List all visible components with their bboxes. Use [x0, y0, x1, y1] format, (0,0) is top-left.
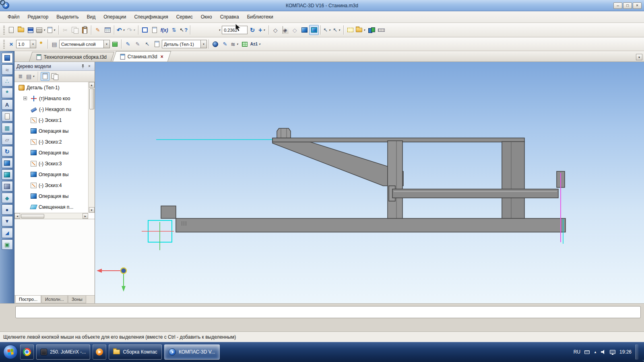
toolbar-grip[interactable] — [3, 26, 5, 35]
layer-dropdown-button[interactable] — [103, 40, 109, 48]
compact-table-button[interactable] — [2, 123, 13, 133]
model-shaft[interactable] — [392, 189, 558, 198]
compact-sheet-button[interactable] — [2, 111, 13, 121]
tree-item-extrude-3[interactable]: Операция вы — [14, 169, 88, 180]
redo-button[interactable] — [126, 25, 137, 35]
compact-text-button[interactable] — [2, 99, 13, 110]
tree-item-origin[interactable]: (т)Начало коо — [14, 93, 88, 104]
orientation-button[interactable] — [257, 25, 267, 35]
menu-file[interactable]: Файл — [4, 13, 23, 21]
print-preview-button[interactable] — [47, 25, 57, 35]
orientation-dropdown-icon[interactable] — [262, 29, 266, 32]
model-middle-column[interactable] — [388, 141, 402, 219]
model-viewport[interactable] — [95, 62, 644, 303]
new-document-button[interactable] — [6, 25, 16, 35]
tree-composition-button[interactable] — [26, 72, 35, 81]
volume-icon[interactable] — [601, 350, 606, 354]
preview-dropdown-icon[interactable] — [53, 29, 56, 32]
tab-list-dropdown-button[interactable] — [636, 54, 642, 60]
display-mode-button[interactable] — [211, 39, 220, 49]
copy-properties-button[interactable] — [93, 25, 103, 35]
print-dropdown-icon[interactable] — [43, 29, 46, 32]
zoom-in-button[interactable] — [192, 25, 202, 35]
grid-button[interactable] — [240, 39, 250, 49]
measure-button[interactable] — [376, 25, 386, 35]
menu-help[interactable]: Справка — [217, 13, 243, 21]
scroll-thumb[interactable] — [89, 88, 94, 109]
compact-spline-button[interactable] — [2, 64, 13, 75]
tree-item-hexagon-nut[interactable]: (-) Hexagon nu — [14, 104, 88, 115]
tab-building[interactable]: Постро... — [15, 296, 41, 303]
menu-service[interactable]: Сервис — [173, 13, 196, 21]
tree-item-sketch-1[interactable]: (-) Эскиз:1 — [14, 115, 88, 125]
compact-designations-button[interactable] — [2, 88, 13, 98]
taskbar-button-folder[interactable]: Сборка Компас — [109, 344, 162, 360]
undo-button[interactable] — [116, 25, 126, 35]
save-button[interactable] — [26, 25, 35, 35]
tree-reports-button[interactable] — [50, 72, 59, 81]
units-toggle-button[interactable] — [169, 25, 179, 35]
variables-button[interactable]: f(x) — [159, 25, 169, 35]
tab-close-icon[interactable]: × — [160, 54, 163, 60]
compact-solid-button[interactable] — [2, 193, 13, 203]
line-style-dropdown-icon[interactable] — [236, 43, 239, 46]
zoom-selection-button[interactable] — [211, 25, 222, 35]
edit-sketch-button[interactable] — [133, 39, 142, 49]
clock[interactable]: 19:26 — [619, 349, 632, 355]
zoom-area-button[interactable] — [202, 25, 211, 35]
scroll-thumb[interactable] — [21, 214, 44, 218]
snap-settings-button[interactable] — [6, 39, 16, 49]
chrome-taskbar-button[interactable] — [20, 344, 34, 360]
copy-button[interactable] — [70, 25, 80, 35]
cut-button[interactable] — [60, 25, 70, 35]
maximize-button[interactable]: □ — [623, 2, 632, 9]
line-color-button[interactable] — [220, 39, 230, 49]
hidden-thin-view-button[interactable] — [290, 25, 299, 35]
scroll-left-icon[interactable]: ◄ — [14, 213, 20, 219]
undo-dropdown-icon[interactable] — [122, 29, 126, 32]
tree-item-extrude-2[interactable]: Операция вы — [14, 147, 88, 158]
tab-execution[interactable]: Исполн... — [41, 296, 68, 303]
hidden-icons-button[interactable] — [594, 350, 597, 354]
language-indicator[interactable]: RU — [574, 349, 580, 355]
tree-item-sketch-2[interactable]: (-) Эскиз:2 — [14, 136, 88, 147]
selection-dropdown-icon[interactable] — [338, 29, 341, 32]
taskbar-button-kompas[interactable]: КОМПАС-3D V... — [164, 344, 220, 360]
selection-mode-button[interactable] — [332, 25, 342, 35]
scroll-down-icon[interactable]: ▼ — [89, 207, 95, 213]
model-hex-nut[interactable] — [277, 128, 291, 138]
compact-geometry-button[interactable] — [2, 53, 13, 63]
menu-specification[interactable]: Спецификация — [130, 13, 171, 21]
line-weight-value[interactable]: 1.0 — [17, 42, 30, 47]
part-dropdown-button[interactable] — [200, 40, 206, 48]
compact-draft-button[interactable] — [2, 228, 13, 238]
tab-assembly-document[interactable]: Технологическая сборка.t3d — [29, 52, 114, 62]
snap-toggle-button[interactable] — [36, 39, 46, 49]
model-frame[interactable] — [161, 128, 566, 232]
compact-extrude-button[interactable] — [2, 158, 13, 168]
wireframe-view-button[interactable] — [270, 25, 280, 35]
library-manager-button[interactable] — [367, 25, 376, 35]
specification-button[interactable] — [103, 25, 112, 35]
menu-window[interactable]: Окно — [197, 13, 216, 21]
model-left-block[interactable] — [161, 206, 176, 218]
minimize-button[interactable]: – — [613, 2, 622, 9]
display-icon[interactable] — [610, 350, 615, 354]
window-manager-button[interactable] — [140, 25, 150, 35]
tree-item-extrude-4[interactable]: Операция вы — [14, 191, 88, 202]
panel-close-icon[interactable]: × — [86, 63, 93, 69]
compact-body-button[interactable] — [2, 239, 13, 250]
compact-sphere-button[interactable] — [2, 204, 13, 215]
compact-revolve-button[interactable] — [2, 169, 13, 180]
layer-states-button[interactable] — [110, 39, 120, 49]
print-button[interactable] — [35, 25, 47, 35]
tree-horizontal-scrollbar[interactable]: ◄ ► — [14, 213, 88, 219]
media-player-taskbar-button[interactable] — [93, 344, 106, 360]
context-help-button[interactable] — [179, 25, 188, 35]
line-style-button[interactable] — [230, 39, 240, 49]
compact-loft-button[interactable] — [2, 181, 13, 191]
current-part-button[interactable] — [152, 39, 162, 49]
part-value[interactable]: Деталь (Тел-1) — [162, 42, 200, 47]
redo-dropdown-icon[interactable] — [132, 29, 136, 32]
scroll-up-icon[interactable]: ▲ — [89, 82, 95, 88]
